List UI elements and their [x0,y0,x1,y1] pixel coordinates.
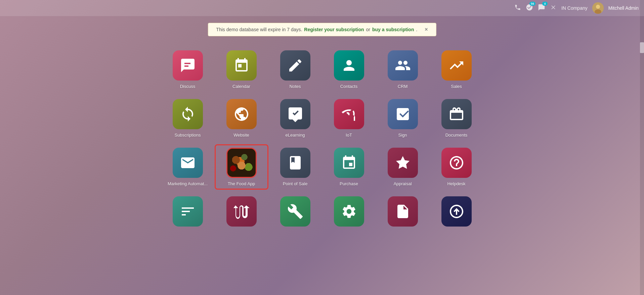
demo-banner: This demo database will expire in 7 days… [208,23,436,36]
app-icon-marketing [173,148,203,178]
avatar[interactable] [592,2,604,14]
app-icon-pos [280,148,310,178]
app-icon-row4d [334,196,364,227]
app-icon-discuss [173,50,203,81]
close-icon[interactable] [550,4,557,12]
company-name[interactable]: IN Company [561,5,588,11]
app-icon-crm [388,50,418,81]
app-item-helpdesk[interactable]: Helpdesk [430,144,483,190]
app-icon-row4a [173,196,203,227]
app-item-row4c[interactable] [268,193,322,233]
banner-text-before: This demo database will expire in 7 days… [216,27,302,32]
svg-point-1 [596,5,600,9]
app-item-iot[interactable]: IoT [322,96,376,141]
app-item-foodapp[interactable]: The Food App [215,144,268,190]
app-item-documents[interactable]: Documents [430,96,483,141]
app-label-purchase: Purchase [340,181,358,186]
topbar: 56 4 IN Company Mitchell Admin [0,0,644,16]
app-icon-website [226,99,257,129]
app-item-subscriptions[interactable]: Subscriptions [161,96,215,141]
scrollbar[interactable] [640,0,644,295]
app-item-appraisal[interactable]: Appraisal [376,144,430,190]
app-icon-elearning [280,99,310,129]
messages-badge: 4 [542,2,548,6]
app-item-elearning[interactable]: eLearning [268,96,322,141]
app-label-sign: Sign [398,133,407,138]
buy-link[interactable]: buy a subscription [372,27,414,32]
app-item-discuss[interactable]: Discuss [161,47,215,92]
messages-icon[interactable]: 4 [538,4,545,13]
app-item-pos[interactable]: Point of Sale [268,144,322,190]
app-icon-iot [334,99,364,129]
activities-icon[interactable]: 56 [526,4,533,13]
app-label-appraisal: Appraisal [393,181,412,186]
app-icon-row4b [226,196,257,227]
activities-badge: 56 [529,2,535,6]
app-label-calendar: Calendar [232,84,250,89]
app-label-sales: Sales [451,84,462,89]
app-item-row4d[interactable] [322,193,376,233]
app-label-pos: Point of Sale [283,181,308,186]
app-label-website: Website [233,133,249,138]
app-icon-row4f [441,196,472,227]
app-label-subscriptions: Subscriptions [174,133,201,138]
app-item-sales[interactable]: Sales [430,47,483,92]
register-link[interactable]: Register your subscription [304,27,364,32]
scrollbar-thumb[interactable] [640,42,644,53]
app-item-contacts[interactable]: Contacts [322,47,376,92]
phone-icon[interactable] [514,4,521,12]
app-icon-documents [441,99,472,129]
app-item-marketing[interactable]: Marketing Automat... [161,144,215,190]
app-item-row4e[interactable] [376,193,430,233]
app-icon-notes [280,50,310,81]
app-icon-calendar [226,50,257,81]
app-label-notes: Notes [290,84,301,89]
app-icon-row4c [280,196,310,227]
app-item-row4b[interactable] [215,193,268,233]
app-label-documents: Documents [445,133,468,138]
app-icon-purchase [334,148,364,178]
app-item-row4a[interactable] [161,193,215,233]
app-label-crm: CRM [398,84,408,89]
app-label-discuss: Discuss [180,84,196,89]
banner-text-after: . [416,27,417,32]
app-grid: DiscussCalendarNotesContactsCRMSalesSubs… [161,47,483,233]
banner-close-button[interactable]: × [425,27,428,33]
app-icon-sign [388,99,418,129]
app-icon-helpdesk [441,148,472,178]
app-icon-appraisal [388,148,418,178]
app-icon-contacts [334,50,364,81]
app-item-calendar[interactable]: Calendar [215,47,268,92]
app-icon-row4e [388,196,418,227]
app-icon-sales [441,50,472,81]
app-label-iot: IoT [346,133,352,138]
app-label-helpdesk: Helpdesk [447,181,465,186]
app-item-crm[interactable]: CRM [376,47,430,92]
app-item-purchase[interactable]: Purchase [322,144,376,190]
banner-text-mid: or [366,27,370,32]
app-label-elearning: eLearning [286,133,305,138]
app-icon-subscriptions [173,99,203,129]
app-item-notes[interactable]: Notes [268,47,322,92]
app-label-marketing: Marketing Automat... [168,181,208,186]
app-item-sign[interactable]: Sign [376,96,430,141]
app-icon-foodapp [226,148,257,178]
app-item-website[interactable]: Website [215,96,268,141]
app-label-foodapp: The Food App [228,181,255,186]
username: Mitchell Admin [608,5,639,11]
app-item-row4f[interactable] [430,193,483,233]
app-label-contacts: Contacts [340,84,357,89]
